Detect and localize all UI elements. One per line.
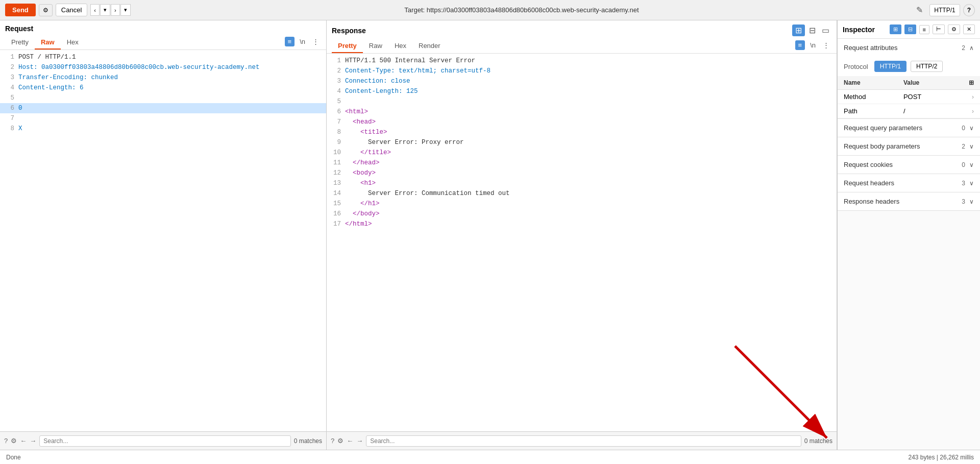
attributes-table: Name Value ⊞ Method POST › Path bbox=[838, 76, 980, 118]
table-row[interactable]: Method POST › bbox=[838, 90, 980, 104]
section-request-headers-title: Request headers bbox=[844, 179, 962, 187]
settings-button[interactable]: ⚙ bbox=[39, 4, 53, 16]
request-tabs: Pretty Raw Hex ≡ \n ⋮ bbox=[5, 36, 321, 50]
resp-line-4: 4 Content-Length: 125 bbox=[327, 86, 837, 96]
col-action-header: ⊞ bbox=[950, 76, 980, 90]
resp-line-12: 12 <body> bbox=[327, 168, 837, 178]
response-help-icon[interactable]: ? bbox=[331, 437, 334, 445]
request-search-input[interactable] bbox=[39, 435, 290, 447]
resp-line-3: 3 Connection: close bbox=[327, 76, 837, 86]
section-request-cookies-title: Request cookies bbox=[844, 161, 962, 168]
tab-response-raw[interactable]: Raw bbox=[363, 39, 388, 53]
section-request-query-count: 0 bbox=[962, 125, 965, 132]
protocol-row: Protocol HTTP/1 HTTP/2 bbox=[838, 57, 980, 76]
response-search-input[interactable] bbox=[366, 435, 801, 447]
inspector-close-btn[interactable]: ✕ bbox=[963, 25, 975, 34]
attr-name-path: Path bbox=[838, 104, 897, 118]
response-layout-btn2[interactable]: ⊟ bbox=[807, 25, 818, 36]
resp-line-17: 17 </html> bbox=[327, 219, 837, 229]
send-button[interactable]: Send bbox=[5, 4, 36, 16]
section-response-headers-header[interactable]: Response headers 3 ∨ bbox=[838, 192, 980, 210]
response-layout-btn3[interactable]: ▭ bbox=[820, 25, 831, 36]
attr-value-method: POST bbox=[897, 90, 950, 104]
section-request-headers-header[interactable]: Request headers 3 ∨ bbox=[838, 174, 980, 192]
nav-back-dropdown[interactable]: ▾ bbox=[100, 4, 110, 16]
attr-chevron-path: › bbox=[950, 104, 980, 118]
resp-line-13: 13 <h1> bbox=[327, 178, 837, 188]
request-newline-btn[interactable]: \n bbox=[298, 37, 307, 46]
response-panel-header: Response ⊞ ⊟ ▭ Pretty Raw Hex Render ≡ \… bbox=[327, 20, 837, 54]
status-right: 243 bytes | 26,262 millis bbox=[908, 454, 974, 461]
section-request-cookies-header[interactable]: Request cookies 0 ∨ bbox=[838, 156, 980, 174]
attr-chevron-method: › bbox=[950, 90, 980, 104]
request-more-btn[interactable]: ⋮ bbox=[310, 37, 321, 46]
http1-btn[interactable]: HTTP/1 bbox=[874, 61, 906, 72]
code-line-3: 3 Transfer-Encoding: chunked bbox=[0, 72, 326, 83]
resp-line-2: 2 Content-Type: text/html; charset=utf-8 bbox=[327, 66, 837, 76]
inspector-layout-btn1[interactable]: ⊞ bbox=[890, 25, 901, 34]
request-search-bar: ? ⚙ ← → 0 matches bbox=[0, 431, 326, 450]
table-row[interactable]: Path / › bbox=[838, 104, 980, 118]
request-code-area[interactable]: 1 POST / HTTP/1.1 2 Host: 0a0300ff03803a… bbox=[0, 50, 326, 431]
nav-forward-button[interactable]: › bbox=[111, 4, 120, 16]
response-more-btn[interactable]: ⋮ bbox=[821, 40, 831, 50]
response-code-area[interactable]: 1 HTTP/1.1 500 Internal Server Error 2 C… bbox=[327, 54, 837, 431]
edit-url-button[interactable]: ✎ bbox=[913, 3, 926, 17]
response-panel-title: Response bbox=[332, 27, 366, 35]
section-response-headers-title: Response headers bbox=[844, 198, 962, 205]
section-response-headers-count: 3 bbox=[962, 198, 965, 205]
request-help-icon[interactable]: ? bbox=[4, 437, 8, 445]
code-line-8: 8 X bbox=[0, 124, 326, 134]
section-request-body: Request body parameters 2 ∨ bbox=[838, 137, 980, 156]
response-search-next-btn[interactable]: → bbox=[356, 437, 363, 445]
col-name-header: Name bbox=[838, 76, 897, 90]
inspector-header: Inspector ⊞ ⊟ ≡ ⊢ ⚙ ✕ bbox=[838, 20, 980, 39]
response-search-settings-icon[interactable]: ⚙ bbox=[337, 437, 344, 445]
http2-btn[interactable]: HTTP/2 bbox=[911, 61, 943, 72]
section-response-headers: Response headers 3 ∨ bbox=[838, 192, 980, 211]
section-request-attributes-header[interactable]: Request attributes 2 ∧ bbox=[838, 39, 980, 57]
help-button[interactable]: ? bbox=[963, 4, 975, 16]
tab-response-hex[interactable]: Hex bbox=[388, 39, 412, 53]
request-search-settings-icon[interactable]: ⚙ bbox=[11, 437, 17, 445]
request-wrap-btn[interactable]: ≡ bbox=[285, 37, 295, 46]
section-request-body-header[interactable]: Request body parameters 2 ∨ bbox=[838, 137, 980, 155]
cancel-button[interactable]: Cancel bbox=[56, 4, 87, 16]
status-bar: Done 243 bytes | 26,262 millis bbox=[0, 450, 980, 464]
section-request-query: Request query parameters 0 ∨ bbox=[838, 119, 980, 137]
response-wrap-btn[interactable]: ≡ bbox=[795, 40, 805, 50]
inspector-split-btn[interactable]: ⊢ bbox=[933, 25, 945, 34]
request-search-next-btn[interactable]: → bbox=[30, 437, 36, 445]
inspector-panel: Inspector ⊞ ⊟ ≡ ⊢ ⚙ ✕ Request attributes… bbox=[837, 20, 980, 450]
response-matches: 0 matches bbox=[804, 437, 832, 445]
resp-line-9: 9 Server Error: Proxy error bbox=[327, 137, 837, 148]
nav-back-button[interactable]: ‹ bbox=[90, 4, 100, 16]
inspector-settings-btn[interactable]: ⚙ bbox=[948, 25, 960, 34]
inspector-title: Inspector bbox=[843, 26, 887, 34]
response-layout-btn1[interactable]: ⊞ bbox=[792, 25, 805, 36]
section-request-query-header[interactable]: Request query parameters 0 ∨ bbox=[838, 119, 980, 137]
request-panel-header: Request Pretty Raw Hex ≡ \n ⋮ bbox=[0, 20, 326, 50]
tab-response-pretty[interactable]: Pretty bbox=[332, 39, 363, 53]
resp-line-11: 11 </head> bbox=[327, 158, 837, 168]
col-value-header: Value bbox=[897, 76, 950, 90]
resp-line-16: 16 </body> bbox=[327, 209, 837, 219]
tab-request-hex[interactable]: Hex bbox=[61, 36, 85, 50]
response-search-prev-btn[interactable]: ← bbox=[347, 437, 353, 445]
inspector-layout-btn2[interactable]: ⊟ bbox=[904, 25, 916, 34]
resp-line-14: 14 Server Error: Communication timed out bbox=[327, 188, 837, 199]
protocol-label: Protocol bbox=[844, 63, 868, 70]
section-request-cookies-toggle: ∨ bbox=[969, 161, 974, 168]
nav-forward-dropdown[interactable]: ▾ bbox=[120, 4, 131, 16]
tab-response-render[interactable]: Render bbox=[412, 39, 447, 53]
inspector-list-btn[interactable]: ≡ bbox=[919, 25, 929, 34]
status-left: Done bbox=[6, 454, 21, 461]
tab-request-pretty[interactable]: Pretty bbox=[5, 36, 35, 50]
resp-line-7: 7 <head> bbox=[327, 117, 837, 127]
section-request-body-toggle: ∨ bbox=[969, 143, 974, 150]
response-newline-btn[interactable]: \n bbox=[808, 40, 818, 50]
request-search-prev-btn[interactable]: ← bbox=[20, 437, 27, 445]
section-request-headers-toggle: ∨ bbox=[969, 180, 974, 187]
resp-line-8: 8 <title> bbox=[327, 127, 837, 137]
tab-request-raw[interactable]: Raw bbox=[35, 36, 61, 50]
